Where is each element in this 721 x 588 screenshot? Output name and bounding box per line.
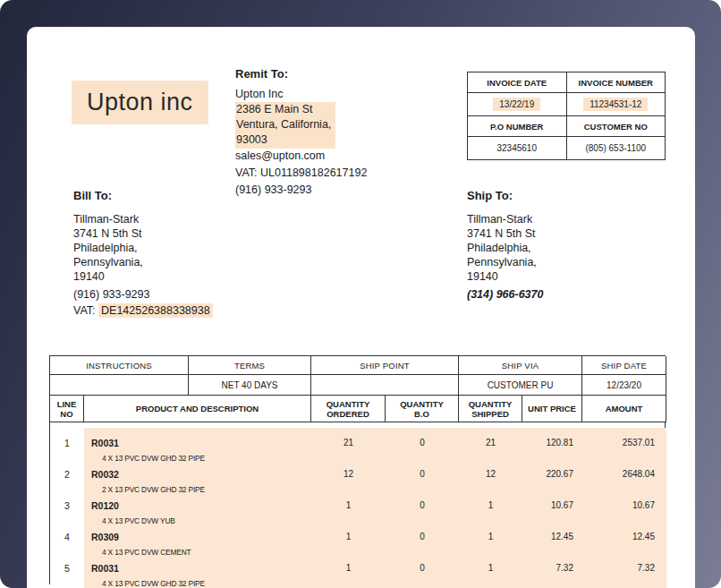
item-qty-shipped: 1 bbox=[459, 553, 522, 588]
item-description: 4 X 13 PVC DVW CEMENT bbox=[102, 547, 191, 557]
bill-to-phone: (916) 933-9293 bbox=[73, 287, 243, 302]
item-product-cell: R0031 4 X 13 PVC DVW GHD 32 PIPE bbox=[84, 553, 311, 588]
ship-via-value: CUSTOMER PU bbox=[459, 375, 582, 396]
ship-to-zip: 19140 bbox=[467, 269, 637, 284]
bill-to-vat-label: VAT: bbox=[73, 304, 96, 317]
remit-email: sales@upton.com bbox=[235, 149, 401, 164]
table-row: 1 R0031 4 X 13 PVC DVW GHD 32 PIPE 21 0 … bbox=[50, 428, 666, 459]
app-background: Upton inc Remit To: Upton Inc 2386 E Mai… bbox=[0, 0, 721, 588]
item-line-no: 5 bbox=[50, 553, 84, 588]
company-logo-text: Upton inc bbox=[87, 89, 193, 115]
item-qty-bo: 0 bbox=[386, 553, 459, 588]
unit-price-header: UNIT PRICE bbox=[522, 396, 582, 422]
table-row: 3 R0120 4 X 13 PVC DVW YUB 1 0 1 10.67 1… bbox=[50, 490, 666, 522]
line-no-header: LINE NO bbox=[50, 396, 84, 422]
ship-point-value bbox=[311, 375, 459, 396]
item-code: R0309 bbox=[84, 532, 311, 542]
terms-value: NET 40 DAYS bbox=[189, 375, 311, 396]
remit-vat: VAT: UL011898182617192 bbox=[235, 166, 401, 181]
item-code: R0120 bbox=[84, 500, 311, 511]
ship-to-city: Philadelphia, bbox=[467, 241, 637, 255]
bill-to-label: Bill To: bbox=[73, 189, 243, 203]
company-logo: Upton inc bbox=[72, 81, 208, 124]
items-header-row: LINE NO PRODUCT AND DESCRIPTION QUANTITY… bbox=[50, 396, 666, 422]
ship-to-street: 3741 N 5th St bbox=[467, 226, 637, 241]
remit-to-section: Remit To: Upton Inc 2386 E Main St Ventu… bbox=[235, 66, 401, 198]
item-qty-ordered: 1 bbox=[311, 553, 386, 588]
ship-to-label: Ship To: bbox=[467, 189, 637, 203]
item-code: R0031 bbox=[84, 563, 311, 574]
invoice-meta-table: INVOICE DATE INVOICE NUMBER 13/22/19 112… bbox=[467, 72, 666, 160]
item-description: 4 X 13 PVC DVW YUB bbox=[102, 516, 175, 525]
table-row: 4 R0309 4 X 13 PVC DVW CEMENT 1 0 1 12.4… bbox=[50, 522, 666, 553]
invoice-date-cell: 13/22/19 bbox=[468, 93, 567, 116]
instructions-header: INSTRUCTIONS bbox=[50, 356, 189, 375]
item-unit-price: 7.32 bbox=[522, 553, 582, 588]
ship-to-name: Tillman-Stark bbox=[467, 212, 637, 226]
qty-ordered-header: QUANTITY ORDERED bbox=[311, 396, 386, 422]
bill-to-vat-value: DE142526388338938 bbox=[98, 303, 213, 318]
bill-to-city: Philadelphia, bbox=[73, 241, 243, 255]
invoice-number-value: 11234531-12 bbox=[583, 98, 648, 111]
invoice-number-label: INVOICE NUMBER bbox=[566, 72, 666, 93]
item-code: R0032 bbox=[84, 469, 311, 480]
ship-point-header: SHIP POINT bbox=[311, 356, 459, 375]
item-description: 4 X 13 PVC DVW GHD 32 PIPE bbox=[102, 453, 205, 463]
qty-shipped-header: QUANTITY SHIPPED bbox=[459, 396, 522, 422]
bill-to-vat: VAT: DE142526388338938 bbox=[73, 303, 243, 318]
invoice-date-label: INVOICE DATE bbox=[468, 72, 567, 93]
ship-to-state: Pennsylvania, bbox=[467, 255, 637, 269]
remit-to-label: Remit To: bbox=[235, 66, 401, 81]
amount-header: AMOUNT bbox=[582, 396, 666, 422]
bill-to-street: 3741 N 5th St bbox=[73, 226, 243, 241]
remit-street: 2386 E Main St bbox=[236, 102, 332, 117]
terms-header: TERMS bbox=[189, 356, 311, 375]
item-amount: 7.32 bbox=[582, 553, 666, 588]
table-row: 2 R0032 2 X 13 PVC DVW GHD 32 PIPE 12 0 … bbox=[50, 459, 666, 490]
invoice-document: Upton inc Remit To: Upton Inc 2386 E Mai… bbox=[27, 27, 695, 588]
remit-company: Upton Inc bbox=[235, 87, 401, 102]
customer-no-value: (805) 653-1100 bbox=[566, 137, 666, 160]
qty-bo-header: QUANTITY B.O bbox=[386, 396, 459, 422]
po-number-label: P.O NUMBER bbox=[468, 116, 567, 137]
shipping-values-row: NET 40 DAYS CUSTOMER PU 12/23/20 bbox=[50, 375, 666, 396]
invoice-date-value: 13/22/19 bbox=[493, 98, 540, 111]
ship-date-value: 12/23/20 bbox=[582, 375, 666, 396]
ship-to-section: Ship To: Tillman-Stark 3741 N 5th St Phi… bbox=[467, 189, 637, 302]
ship-via-header: SHIP VIA bbox=[459, 356, 582, 375]
items-body: 1 R0031 4 X 13 PVC DVW GHD 32 PIPE 21 0 … bbox=[50, 428, 666, 584]
customer-no-label: CUSTOMER NO bbox=[566, 116, 666, 137]
bill-to-section: Bill To: Tillman-Stark 3741 N 5th St Phi… bbox=[73, 189, 243, 318]
remit-zip: 93003 bbox=[236, 132, 332, 148]
remit-phone: (916) 933-9293 bbox=[235, 183, 401, 198]
ship-date-header: SHIP DATE bbox=[582, 356, 666, 375]
bill-to-name: Tillman-Stark bbox=[73, 212, 243, 226]
remit-city-state: Ventura, California, bbox=[236, 117, 332, 132]
bill-to-zip: 19140 bbox=[73, 269, 243, 284]
invoice-number-cell: 11234531-12 bbox=[566, 93, 666, 116]
item-description: 4 X 13 PVC DVW GHD 32 PIPE bbox=[102, 578, 205, 588]
table-row: 5 R0031 4 X 13 PVC DVW GHD 32 PIPE 1 0 1… bbox=[50, 553, 666, 584]
ship-to-phone: (314) 966-6370 bbox=[467, 287, 637, 302]
item-description: 2 X 13 PVC DVW GHD 32 PIPE bbox=[102, 484, 205, 494]
shipping-header-row: INSTRUCTIONS TERMS SHIP POINT SHIP VIA S… bbox=[50, 356, 666, 375]
line-items-table: INSTRUCTIONS TERMS SHIP POINT SHIP VIA S… bbox=[49, 355, 666, 584]
bill-to-state: Pennsylvania, bbox=[73, 255, 243, 269]
remit-address-highlight: 2386 E Main St Ventura, California, 9300… bbox=[235, 102, 335, 149]
instructions-value bbox=[50, 375, 189, 396]
po-number-value: 32345610 bbox=[468, 137, 567, 160]
item-code: R0031 bbox=[84, 438, 311, 448]
product-description-header: PRODUCT AND DESCRIPTION bbox=[84, 396, 311, 422]
